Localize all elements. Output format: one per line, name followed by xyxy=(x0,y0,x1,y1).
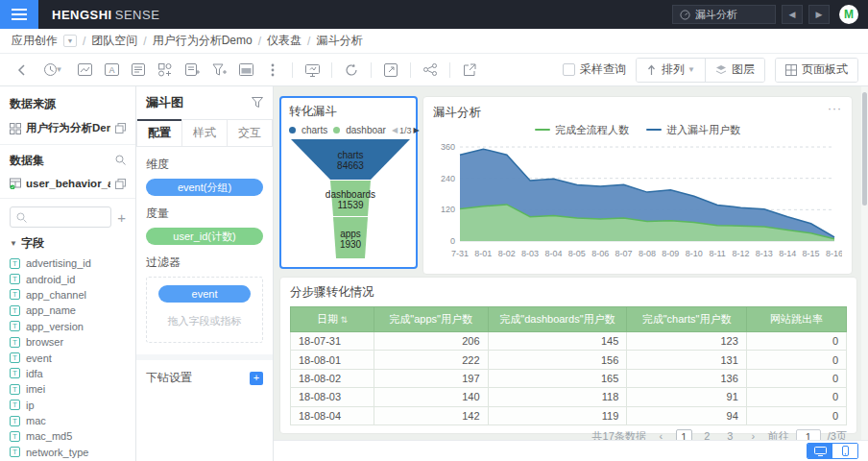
hamburger-menu-button[interactable] xyxy=(0,0,38,29)
table-row[interactable]: 18-08-021971651360 xyxy=(291,369,847,387)
table-header-cell[interactable]: 网站跳出率 xyxy=(746,307,846,332)
field-item[interactable]: Tapp_version xyxy=(10,319,126,334)
field-item[interactable]: Tidfa xyxy=(10,366,126,381)
funnel-analysis-chart[interactable]: 01202403607-318-018-028-038-048-058-068-… xyxy=(433,139,842,264)
back-button[interactable] xyxy=(10,60,33,81)
field-item[interactable]: Tip xyxy=(10,398,126,413)
page-next-icon[interactable]: › xyxy=(745,429,761,440)
scrollbar-thumb[interactable] xyxy=(862,92,867,206)
table-pagination: 共17条数据 ‹ 1 2 3 › 前往 1 /3页 xyxy=(290,429,847,440)
breadcrumb-demo[interactable]: 用户行为分析Demo xyxy=(153,33,253,49)
funnel-filter-icon[interactable] xyxy=(252,96,263,110)
table-header-cell[interactable]: 完成"dashboards"用户数 xyxy=(488,307,627,332)
filter-dropzone[interactable]: event 拖入字段或指标 xyxy=(146,277,263,343)
tab-interaction[interactable]: 交互 xyxy=(228,120,272,146)
dashboard-selector[interactable]: 漏斗分析 xyxy=(672,5,776,24)
table-row[interactable]: 18-08-04142119940 xyxy=(291,406,847,425)
sort-icon[interactable]: ⇅ xyxy=(338,315,348,325)
field-item[interactable]: Tmac_md5 xyxy=(10,428,126,444)
top-bar: HENGSHISENSE 漏斗分析 ◀ ▶ M xyxy=(0,0,868,29)
breadcrumb-app-create[interactable]: 应用创作 xyxy=(12,33,58,49)
next-dashboard-button[interactable]: ▶ xyxy=(808,5,830,24)
add-text-button[interactable]: A xyxy=(100,60,123,81)
mobile-view-button[interactable] xyxy=(832,444,857,458)
text-field-icon: T xyxy=(10,384,20,395)
search-icon[interactable] xyxy=(115,155,126,168)
legend-charts[interactable]: charts xyxy=(301,125,327,135)
prev-dashboard-button[interactable]: ◀ xyxy=(782,5,803,24)
dimension-pill[interactable]: event(分组) xyxy=(146,179,263,196)
measure-pill[interactable]: user_id(计数) xyxy=(146,228,263,245)
funnel-analysis-card[interactable]: 漏斗分析 ··· 完成全流程人数进入漏斗用户数 01202403607-318-… xyxy=(422,96,853,275)
add-widget-button[interactable] xyxy=(154,60,177,81)
sample-query-checkbox[interactable] xyxy=(563,63,575,76)
field-item[interactable]: Tnetwork_type xyxy=(10,445,126,460)
field-item[interactable]: Tandroid_id xyxy=(10,271,126,286)
legend-item[interactable]: 进入漏斗用户数 xyxy=(646,123,740,137)
field-item[interactable]: Tadvertising_id xyxy=(10,255,126,271)
switch-icon[interactable] xyxy=(115,123,126,133)
fields-section-toggle[interactable]: ▼ 字段 xyxy=(10,235,126,252)
field-item[interactable]: Tapp_channel xyxy=(10,287,126,303)
canvas-scrollbar[interactable] xyxy=(861,86,868,440)
svg-text:8-07: 8-07 xyxy=(615,249,633,258)
refresh-button[interactable] xyxy=(340,60,363,81)
chart-type-button[interactable]: ▼ xyxy=(36,60,69,81)
add-form-button[interactable] xyxy=(181,60,204,81)
breadcrumb-dashboard[interactable]: 仪表盘 xyxy=(267,33,301,49)
page-1[interactable]: 1 xyxy=(676,429,692,440)
datasource-item[interactable]: 用户行为分析Demo xyxy=(10,118,126,142)
field-item[interactable]: Tbrowser xyxy=(10,334,126,350)
export-button[interactable] xyxy=(458,60,481,81)
field-search-input[interactable] xyxy=(10,206,111,228)
table-header-cell[interactable]: 完成"apps"用户数 xyxy=(374,307,488,332)
legend-prev-icon[interactable]: ◀ xyxy=(392,126,398,134)
add-filter-button[interactable] xyxy=(207,60,230,81)
avatar[interactable]: M xyxy=(839,5,858,24)
arrange-button[interactable]: 排列 ▼ xyxy=(637,59,705,82)
add-list-button[interactable] xyxy=(127,60,150,81)
table-header-cell[interactable]: 完成"charts"用户数 xyxy=(627,307,746,332)
step-conversion-card[interactable]: 分步骤转化情况 日期 ⇅完成"apps"用户数完成"dashboards"用户数… xyxy=(279,277,857,434)
legend-item[interactable]: 完成全流程人数 xyxy=(535,123,629,137)
field-item[interactable]: Timei xyxy=(10,381,126,397)
table-row[interactable]: 18-08-012221561310 xyxy=(291,351,847,369)
field-item[interactable]: Tmac xyxy=(10,413,126,428)
svg-text:8-13: 8-13 xyxy=(756,249,773,258)
fullscreen-button[interactable] xyxy=(379,60,402,81)
page-prev-icon[interactable]: ‹ xyxy=(653,429,669,440)
sample-query-toggle[interactable]: 采样查询 xyxy=(563,61,626,78)
tab-config[interactable]: 配置 xyxy=(137,120,182,146)
field-item[interactable]: Tapp_name xyxy=(10,303,126,318)
goto-page-input[interactable]: 1 xyxy=(796,429,821,440)
legend-next-icon[interactable]: ▶ xyxy=(414,126,420,134)
switch-icon[interactable] xyxy=(115,179,126,189)
chevron-down-icon[interactable]: ▼ xyxy=(63,35,77,47)
tab-style[interactable]: 样式 xyxy=(182,120,228,146)
funnel-chart[interactable]: charts84663dashboards11539apps1930 xyxy=(289,139,412,258)
card-more-button[interactable]: ··· xyxy=(828,105,842,112)
add-chart-button[interactable] xyxy=(73,60,96,81)
field-item[interactable]: Tevent xyxy=(10,350,126,365)
dataset-item[interactable]: user_behavior_anal... xyxy=(10,175,126,196)
add-field-button[interactable]: + xyxy=(117,209,126,226)
table-header-cell[interactable]: 日期 ⇅ xyxy=(291,307,374,332)
desktop-view-button[interactable] xyxy=(808,444,832,458)
svg-text:120: 120 xyxy=(441,205,455,214)
more-tools-button[interactable] xyxy=(261,60,284,81)
table-row[interactable]: 18-07-312061451230 xyxy=(291,332,847,351)
layers-button[interactable]: 图层 xyxy=(705,59,764,82)
filter-pill[interactable]: event xyxy=(158,285,251,303)
chevron-down-icon: ▼ xyxy=(687,65,695,74)
add-drilldown-button[interactable]: + xyxy=(250,372,263,385)
legend-dashboards[interactable]: dashboar xyxy=(346,125,386,135)
preview-button[interactable] xyxy=(301,60,324,81)
page-layout-button[interactable]: 页面板式 xyxy=(776,59,857,82)
breadcrumb-team-space[interactable]: 团队空间 xyxy=(91,33,137,49)
page-3[interactable]: 3 xyxy=(722,429,738,440)
add-card-button[interactable] xyxy=(234,60,257,81)
table-row[interactable]: 18-08-03140118910 xyxy=(291,388,847,406)
funnel-chart-card[interactable]: 转化漏斗 charts dashboar ◀ 1/3 ▶ charts84663… xyxy=(279,96,418,269)
page-2[interactable]: 2 xyxy=(699,429,715,440)
share-button[interactable] xyxy=(419,60,442,81)
